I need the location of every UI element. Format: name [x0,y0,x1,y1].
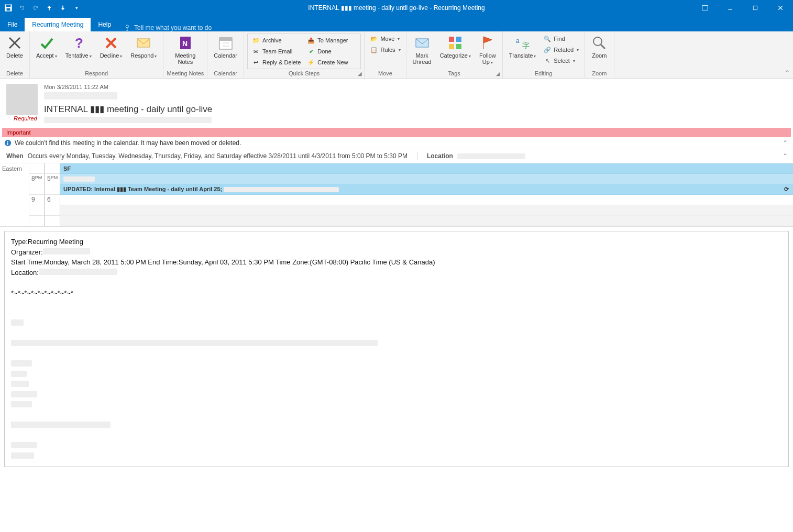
categories-icon [447,35,464,51]
qs-done[interactable]: ✔Done [305,46,350,57]
categorize-button[interactable]: Categorize [437,34,474,60]
group-delete-label: Delete [3,69,26,78]
timezone-label: Eastern [2,165,22,172]
message-header: Required Mon 3/28/2011 11:22 AM INTERNAL… [0,79,793,126]
lightning-icon: ⚡ [307,58,315,66]
zoom-icon [591,35,608,51]
qs-team-email[interactable]: ✉Team Email [250,46,303,57]
qs-reply-delete[interactable]: ↩Reply & Delete [250,57,303,68]
svg-rect-24 [449,44,454,49]
rules-icon: 📋 [370,46,378,54]
maximize-button[interactable] [745,1,766,15]
calendar-slot[interactable] [60,195,793,205]
tell-me[interactable]: Tell me what you want to do [118,24,217,31]
recipients-line [44,117,787,125]
group-qs-label: Quick Steps [247,69,361,78]
mark-unread-button[interactable]: Mark Unread [410,34,435,66]
meeting-notes-button[interactable]: NMeeting Notes [172,34,199,66]
zoom-button[interactable]: Zoom [588,34,611,60]
mail-closed-icon [414,35,431,51]
svg-rect-18 [219,38,232,41]
decline-icon [103,35,119,51]
calendar-preview: Eastern 8PM 9 5PM 6 SF UPDATED: Internal… [0,163,793,227]
related-icon: 🔗 [543,46,552,54]
body-type-value: Recurring Meeting [28,238,83,246]
calendar-slot[interactable] [60,205,793,216]
calendar-event[interactable] [60,174,793,184]
onenote-icon: N [177,35,194,51]
body-divider: *~*~*~*~*~*~*~*~*~* [11,288,782,298]
svg-text:字: 字 [522,41,530,50]
accept-button[interactable]: Accept [33,34,60,60]
delete-icon [6,35,23,51]
svg-point-8 [126,25,128,28]
body-location-label: Location: [11,269,39,276]
qs-to-manager[interactable]: 📤To Manager [305,35,350,46]
calendar-slot[interactable] [60,216,793,226]
up-arrow-icon[interactable] [43,2,56,14]
customize-qat-icon[interactable]: ▾ [70,2,83,14]
translate-button[interactable]: a字Translate [506,34,539,60]
svg-rect-2 [7,8,10,10]
qs-archive[interactable]: 📁Archive [250,35,303,46]
svg-rect-3 [702,6,708,10]
group-move-label: Move [368,69,402,78]
move-icon: 📂 [370,35,378,43]
delete-button[interactable]: Delete [3,34,26,60]
find-button[interactable]: 🔍Find [541,34,581,44]
save-icon[interactable] [2,2,15,14]
collapse-info-icon[interactable]: ⌃ [783,139,788,147]
search-icon: 🔍 [543,35,552,43]
svg-rect-1 [6,5,11,7]
follow-up-button[interactable]: Follow Up [476,34,499,66]
message-subject: INTERNAL ▮▮▮ meeting - daily until go-li… [44,104,787,115]
related-button[interactable]: 🔗Related [541,45,581,55]
quick-access-toolbar: ▾ [2,2,83,14]
calendar-event[interactable]: SF [60,163,793,174]
tentative-button[interactable]: ?Tentative [62,34,95,60]
rules-button[interactable]: 📋Rules [368,45,402,55]
collapse-ribbon-icon[interactable]: ⌃ [785,69,790,76]
decline-button[interactable]: Decline [97,34,126,60]
select-button[interactable]: ↖Select [541,56,581,66]
question-icon: ? [70,35,87,51]
translate-icon: a字 [514,35,531,51]
location-label: Location [427,152,453,160]
importance-bar: Important [2,128,791,137]
info-icon: i [4,139,12,147]
window-title: INTERNAL ▮▮▮ meeting - daily until go-li… [308,4,484,12]
calendar-icon [217,35,234,51]
required-label: Required [6,115,38,121]
respond-button[interactable]: Respond [127,34,160,60]
tags-launcher-icon[interactable]: ◢ [496,71,500,76]
tell-me-label: Tell me what you want to do [134,24,212,31]
minimize-button[interactable] [720,1,741,15]
forward-icon: 📤 [307,36,315,45]
group-zoom-label: Zoom [588,69,611,78]
redo-icon[interactable] [29,2,42,14]
body-type-label: Type: [11,238,28,246]
flag-icon [479,35,496,51]
group-tags-label: Tags [410,69,499,78]
svg-line-29 [601,45,605,49]
when-text: Occurs every Monday, Tuesday, Wednesday,… [28,152,407,160]
collapse-when-icon[interactable]: ⌃ [783,152,788,160]
undo-icon[interactable] [16,2,28,14]
hour-column-2: 5PM 6 [45,163,60,226]
svg-text:?: ? [75,35,83,51]
down-arrow-icon[interactable] [57,2,69,14]
move-button[interactable]: 📂Move [368,34,402,44]
calendar-button[interactable]: Calendar [211,34,240,60]
tab-recurring-meeting[interactable]: Recurring Meeting [25,18,91,31]
tab-help[interactable]: Help [91,18,118,31]
calendar-event[interactable]: UPDATED: Internal ▮▮▮ Team Meeting - dai… [60,184,793,195]
close-button[interactable] [770,1,791,15]
qs-create-new[interactable]: ⚡Create New [305,57,350,68]
message-body[interactable]: Type:Recurring Meeting Organizer: Start … [4,231,789,467]
tab-file[interactable]: File [0,18,25,31]
help-icon[interactable] [695,1,715,15]
when-bar: When Occurs every Monday, Tuesday, Wedne… [0,149,793,163]
qs-launcher-icon[interactable]: ◢ [358,71,362,76]
group-calendar-label: Calendar [211,69,240,78]
titlebar: ▾ INTERNAL ▮▮▮ meeting - daily until go-… [0,0,793,16]
